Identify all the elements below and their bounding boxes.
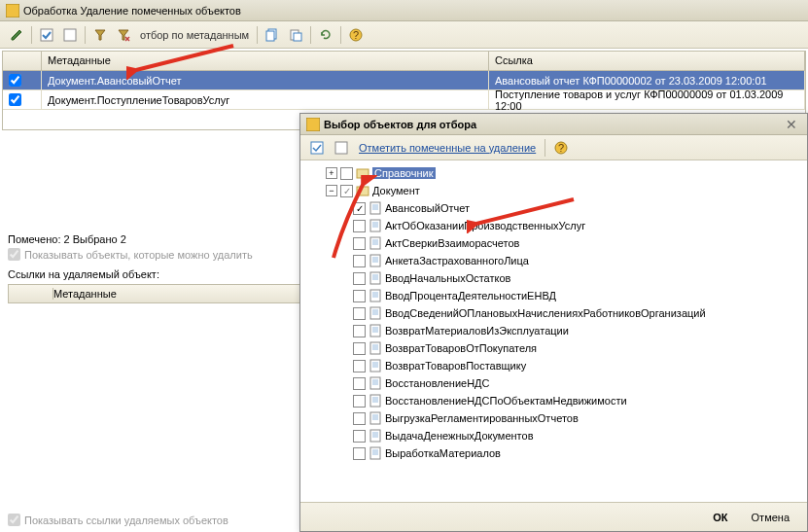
show-refs-option: Показывать ссылки удаляемых объектов: [8, 514, 228, 526]
filter-button[interactable]: [89, 24, 111, 46]
tree-label[interactable]: Справочник: [372, 167, 436, 179]
check-all-button[interactable]: [306, 137, 328, 159]
tree-label[interactable]: Документ: [372, 185, 420, 196]
tree-label[interactable]: ВосстановлениеНДС: [385, 377, 489, 389]
uncheck-all-button[interactable]: [59, 24, 81, 46]
paste-button[interactable]: [285, 24, 306, 46]
tree-node-item[interactable]: ВозвратТоваровОтПокупателя: [304, 339, 803, 357]
help-button[interactable]: ?: [345, 24, 367, 46]
meta-header[interactable]: Метаданные: [42, 52, 489, 70]
copy-button[interactable]: [262, 24, 283, 46]
tree-node-item[interactable]: ВозвратМатериаловИзЭксплуатации: [304, 322, 803, 339]
tree-label[interactable]: ВыработкаМатериалов: [385, 447, 501, 459]
tree-checkbox[interactable]: [353, 255, 366, 267]
tree-label[interactable]: ВводНачальныхОстатков: [385, 272, 510, 284]
tree-node-root[interactable]: − Документ: [304, 182, 803, 199]
table-header: Метаданные Ссылка: [3, 52, 805, 71]
separator: [257, 26, 258, 44]
refresh-button[interactable]: [315, 24, 336, 46]
row-checkbox[interactable]: [9, 93, 21, 106]
tree-checkbox[interactable]: [353, 272, 366, 285]
tree-node-item[interactable]: АнкетаЗастрахованногоЛица: [304, 252, 803, 269]
tree-node-item[interactable]: ВводПроцентаДеятельностиЕНВД: [304, 287, 803, 304]
separator: [31, 26, 32, 44]
show-refs-checkbox: [8, 514, 20, 526]
tree-node-item[interactable]: ВыгрузкаРегламентированныхОтчетов: [304, 409, 803, 427]
tree-checkbox[interactable]: [353, 430, 366, 443]
document-icon: [369, 411, 382, 425]
tree-checkbox[interactable]: [353, 360, 366, 372]
link-header[interactable]: Ссылка: [489, 52, 805, 70]
separator: [310, 26, 311, 44]
tree-label[interactable]: ВозвратМатериаловИзЭксплуатации: [385, 325, 569, 337]
tree-label[interactable]: АвансовыйОтчет: [385, 202, 470, 214]
tree-label[interactable]: ВосстановлениеНДСПоОбъектамНедвижимости: [385, 395, 627, 407]
tree-label[interactable]: АктОбОказанииПроизводственныхУслуг: [385, 220, 585, 231]
uncheck-all-button[interactable]: [331, 137, 352, 159]
tree-checkbox[interactable]: [353, 325, 366, 337]
expand-icon[interactable]: +: [326, 167, 337, 179]
tree-label[interactable]: ВводСведенийОПлановыхНачисленияхРаботник…: [385, 307, 706, 319]
document-icon: [369, 289, 382, 302]
document-icon: [369, 219, 382, 232]
tree-node-item[interactable]: АктСверкиВзаиморасчетов: [304, 234, 803, 252]
tree-checkbox[interactable]: [340, 185, 353, 197]
tree-checkbox[interactable]: [353, 342, 366, 355]
svg-text:?: ?: [353, 29, 359, 41]
collapse-icon[interactable]: −: [326, 185, 337, 196]
tree-checkbox[interactable]: [353, 202, 366, 215]
tree-node-item[interactable]: ВводНачальныхОстатков: [304, 269, 803, 287]
filter-clear-button[interactable]: [113, 24, 134, 46]
svg-rect-38: [370, 290, 380, 301]
tree-checkbox[interactable]: [353, 377, 366, 390]
tree-node-root[interactable]: + Справочник: [304, 164, 803, 182]
tree-label[interactable]: ВыгрузкаРегламентированныхОтчетов: [385, 412, 579, 424]
edit-button[interactable]: [6, 24, 27, 46]
tree-node-item[interactable]: ВыработкаМатериалов: [304, 444, 803, 462]
svg-rect-70: [370, 430, 380, 442]
tree-node-item[interactable]: ВводСведенийОПлановыхНачисленияхРаботник…: [304, 304, 803, 322]
tree-node-item[interactable]: ВыдачаДенежныхДокументов: [304, 427, 803, 444]
filter-label: отбор по метаданным: [140, 29, 249, 41]
tree-node-item[interactable]: ВосстановлениеНДС: [304, 374, 803, 392]
tree-label[interactable]: ВозвратТоваровОтПокупателя: [385, 342, 537, 354]
tree-checkbox[interactable]: [353, 220, 366, 232]
tree-node-item[interactable]: АвансовыйОтчет: [304, 199, 803, 217]
close-button[interactable]: ✕: [782, 117, 801, 132]
tree-label[interactable]: ВозвратТоваровПоставщику: [385, 360, 526, 372]
ok-button[interactable]: ОК: [703, 509, 737, 526]
svg-rect-74: [370, 447, 380, 459]
filter-dialog: Выбор объектов для отбора ✕ Отметить пом…: [299, 113, 808, 532]
document-icon: [369, 394, 382, 408]
svg-rect-13: [335, 142, 347, 154]
tree-checkbox[interactable]: [353, 237, 366, 250]
tree-node-item[interactable]: ВозвратТоваровПоставщику: [304, 357, 803, 374]
tree-checkbox[interactable]: [353, 395, 366, 408]
tree-checkbox[interactable]: [340, 167, 353, 180]
svg-rect-50: [370, 342, 380, 354]
tree-node-item[interactable]: АктОбОказанииПроизводственныхУслуг: [304, 217, 803, 234]
row-link: Авансовый отчет КФП00000002 от 23.03.200…: [489, 71, 805, 89]
svg-rect-12: [311, 142, 323, 154]
row-checkbox[interactable]: [9, 74, 21, 87]
svg-rect-17: [357, 187, 369, 195]
tree-checkbox[interactable]: [353, 447, 366, 460]
tree-node-item[interactable]: ВосстановлениеНДСПоОбъектамНедвижимости: [304, 392, 803, 409]
tree-checkbox[interactable]: [353, 307, 366, 320]
svg-text:?: ?: [558, 142, 564, 154]
tree-label[interactable]: АнкетаЗастрахованногоЛица: [385, 255, 529, 266]
mark-deleted-link[interactable]: Отметить помеченные на удаление: [359, 142, 536, 154]
check-all-button[interactable]: [36, 24, 57, 46]
tree-checkbox[interactable]: [353, 412, 366, 425]
cancel-button[interactable]: Отмена: [742, 509, 799, 526]
tree-label[interactable]: ВводПроцентаДеятельностиЕНВД: [385, 290, 556, 301]
svg-rect-66: [370, 412, 380, 424]
table-row[interactable]: Документ.ПоступлениеТоваровУслуг Поступл…: [3, 90, 805, 110]
help-button[interactable]: ?: [550, 137, 572, 159]
svg-rect-1: [41, 29, 53, 41]
tree-checkbox[interactable]: [353, 290, 366, 302]
tree-label[interactable]: ВыдачаДенежныхДокументов: [385, 430, 534, 442]
tree-label[interactable]: АктСверкиВзаиморасчетов: [385, 237, 519, 249]
check-header[interactable]: [3, 52, 42, 70]
app-icon: [6, 4, 19, 18]
